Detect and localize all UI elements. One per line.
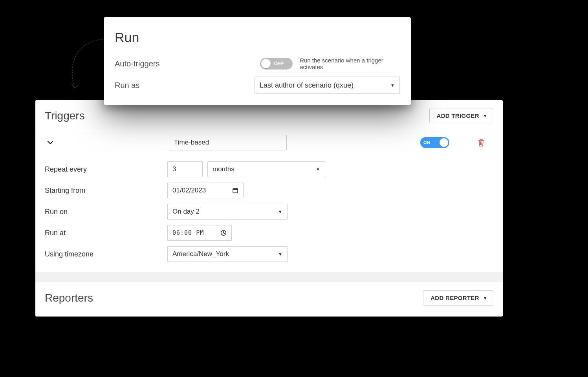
toggle-knob [440,138,448,147]
run-on-value: On day 2 [172,208,200,216]
add-trigger-button[interactable]: ADD TRIGGER ▼ [429,108,494,123]
run-at-label: Run at [45,229,163,237]
caret-down-icon: ▼ [278,209,282,214]
toggle-off-label: OFF [274,61,284,66]
run-at-input[interactable]: 06:00 PM [167,225,232,241]
trigger-name-value: Time-based [174,139,209,146]
add-reporter-button[interactable]: ADD REPORTER ▼ [423,290,493,306]
timezone-select[interactable]: America/New_York ▼ [167,246,288,262]
run-as-label: Run as [115,81,255,90]
add-trigger-label: ADD TRIGGER [437,112,479,119]
add-reporter-label: ADD REPORTER [430,295,479,301]
run-title: Run [115,30,400,45]
toggle-knob [261,59,271,68]
panel-gap [35,272,503,282]
repeat-unit-select[interactable]: months ▼ [207,161,325,177]
trash-icon[interactable] [478,139,485,146]
caret-down-icon: ▼ [390,83,395,88]
trigger-enabled-toggle[interactable]: ON [420,137,449,148]
run-at-value: 06:00 PM [172,229,204,236]
repeat-label: Repeat every [45,165,163,174]
caret-down-icon: ▼ [483,296,487,300]
timezone-label: Using timezone [45,250,163,258]
repeat-unit-value: months [212,165,234,173]
triggers-title: Triggers [45,110,85,122]
caret-down-icon: ▼ [483,113,487,118]
automation-settings-card: Triggers ADD TRIGGER ▼ Time-based ON [35,100,503,317]
reporters-title: Reporters [45,292,93,304]
run-settings-card: Run Auto-triggers OFF Run the scenario w… [104,17,411,105]
connector-arrow [63,38,110,97]
auto-triggers-hint: Run the scenario when a trigger activate… [300,57,400,70]
auto-triggers-label: Auto-triggers [115,59,260,68]
caret-down-icon: ▼ [278,252,282,256]
run-as-select[interactable]: Last author of scenario (qxue) ▼ [255,77,400,94]
reporters-panel: Reporters ADD REPORTER ▼ [35,282,503,317]
clock-icon [220,230,227,236]
starting-date-value: 01/02/2023 [172,187,206,194]
repeat-value-input[interactable]: 3 [167,161,203,177]
starting-date-input[interactable]: 01/02/2023 [167,183,244,198]
run-on-select[interactable]: On day 2 ▼ [167,204,288,220]
toggle-on-label: ON [423,140,430,145]
trigger-name-input[interactable]: Time-based [169,135,287,150]
caret-down-icon: ▼ [316,167,320,172]
trigger-item: Time-based ON Repeat every [45,129,493,264]
timezone-value: America/New_York [172,250,229,258]
auto-triggers-toggle[interactable]: OFF [260,58,293,70]
run-as-value: Last author of scenario (qxue) [260,81,354,90]
calendar-icon [232,187,238,194]
triggers-panel: Triggers ADD TRIGGER ▼ Time-based ON [35,100,503,272]
chevron-down-icon[interactable] [46,139,54,146]
svg-rect-1 [233,188,238,190]
repeat-value: 3 [172,165,176,173]
starting-from-label: Starting from [45,187,163,195]
run-on-label: Run on [45,208,163,216]
